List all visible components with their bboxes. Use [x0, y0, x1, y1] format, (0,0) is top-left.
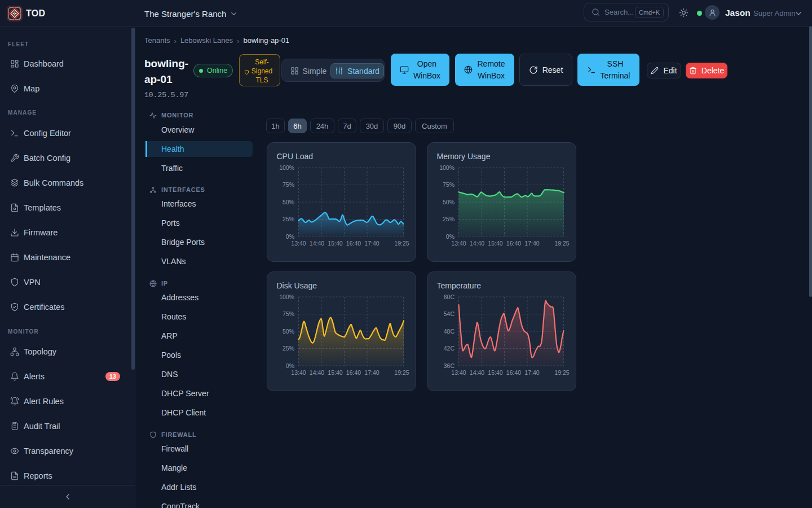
svg-text:75%: 75% — [283, 181, 294, 188]
svg-text:14:40: 14:40 — [310, 369, 324, 376]
svg-text:15:40: 15:40 — [488, 240, 502, 247]
svg-text:17:40: 17:40 — [524, 369, 539, 376]
svg-text:17:40: 17:40 — [364, 240, 379, 247]
svg-text:13:40: 13:40 — [291, 369, 306, 376]
svg-text:19:25: 19:25 — [554, 369, 569, 376]
svg-text:13:40: 13:40 — [291, 240, 306, 247]
svg-text:16:40: 16:40 — [346, 240, 361, 247]
svg-text:14:40: 14:40 — [310, 240, 324, 247]
svg-text:16:40: 16:40 — [506, 240, 521, 247]
svg-text:14:40: 14:40 — [470, 240, 484, 247]
svg-text:Temperature: Temperature — [437, 281, 482, 290]
svg-text:50%: 50% — [443, 199, 454, 205]
svg-text:15:40: 15:40 — [488, 369, 502, 376]
svg-text:16:40: 16:40 — [346, 369, 361, 376]
svg-text:25%: 25% — [283, 216, 294, 222]
svg-text:50%: 50% — [283, 328, 294, 335]
svg-text:Memory Usage: Memory Usage — [437, 152, 491, 161]
svg-text:42C: 42C — [444, 345, 455, 352]
svg-text:100%: 100% — [279, 164, 294, 171]
svg-text:15:40: 15:40 — [328, 240, 342, 247]
svg-text:Disk Usage: Disk Usage — [277, 281, 317, 290]
svg-text:17:40: 17:40 — [524, 240, 539, 247]
svg-text:0%: 0% — [446, 233, 454, 240]
svg-text:75%: 75% — [443, 181, 454, 188]
svg-text:13:40: 13:40 — [451, 240, 466, 247]
svg-text:60C: 60C — [444, 294, 455, 300]
svg-text:36C: 36C — [444, 362, 455, 369]
svg-text:16:40: 16:40 — [506, 369, 521, 376]
svg-text:19:25: 19:25 — [394, 369, 409, 376]
svg-text:25%: 25% — [443, 216, 454, 222]
svg-text:17:40: 17:40 — [364, 369, 379, 376]
svg-text:100%: 100% — [279, 294, 294, 300]
svg-text:15:40: 15:40 — [328, 369, 342, 376]
svg-text:54C: 54C — [444, 310, 455, 317]
svg-text:CPU Load: CPU Load — [277, 152, 314, 161]
svg-text:0%: 0% — [286, 233, 294, 240]
svg-text:75%: 75% — [283, 310, 294, 317]
svg-text:19:25: 19:25 — [394, 240, 409, 247]
svg-text:48C: 48C — [444, 328, 455, 335]
svg-text:13:40: 13:40 — [451, 369, 466, 376]
svg-text:100%: 100% — [439, 164, 454, 171]
svg-text:25%: 25% — [283, 345, 294, 352]
svg-text:50%: 50% — [283, 199, 294, 205]
svg-text:14:40: 14:40 — [470, 369, 484, 376]
svg-text:0%: 0% — [286, 362, 294, 369]
svg-text:19:25: 19:25 — [554, 240, 569, 247]
